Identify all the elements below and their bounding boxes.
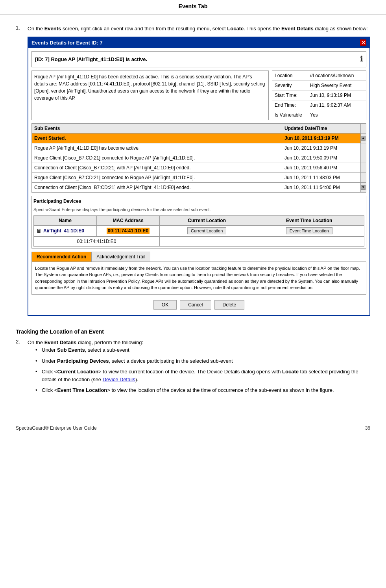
- device-mac2-cell: 00:11:74:41:1D:E0: [34, 236, 160, 246]
- event-time-location-bold: Event Time Location: [57, 387, 107, 393]
- scroll-cell-3: [361, 163, 366, 173]
- subevent-event-cell: Rogue Client [Cisco_B7:CD:21] connected …: [32, 153, 282, 163]
- subevent-datetime-cell: Jun 10, 2011 11:48:03 PM: [282, 173, 361, 183]
- start-time-value: Jun 10, 9:13:19 PM: [310, 92, 364, 99]
- subevent-event-cell: Rogue AP [AirTight_41:1D:E0] has become …: [32, 143, 282, 153]
- subevent-datetime-cell: Jun 10, 2011 9:13:19 PM: [282, 134, 361, 143]
- dialog-title-bar: Events Details for Event ID: 7 ✕: [28, 37, 369, 48]
- event-time-location-cell[interactable]: Event Time Location: [254, 225, 364, 236]
- current-location-bold: Current Location: [57, 369, 98, 375]
- scroll-cell-0: ▲: [361, 134, 366, 143]
- tab-bar: Recommended Action Acknowledgement Trail: [31, 252, 366, 262]
- subevent-row[interactable]: Connection of Client [Cisco_B7:CD:21] wi…: [32, 163, 366, 173]
- current-location-button[interactable]: Current Location: [187, 227, 226, 234]
- col-mac-header: MAC Address: [97, 215, 160, 225]
- step-2: 2. On the Event Details dialog, perform …: [16, 339, 370, 397]
- description-text: Rogue AP [AirTight_41:1D:E0] has been de…: [34, 74, 265, 101]
- footer-left: SpectraGuard® Enterprise User Guide: [16, 425, 97, 431]
- scroll-cell-4: [361, 173, 366, 183]
- subevent-row[interactable]: Rogue Client [Cisco_B7:CD:21] connected …: [32, 153, 366, 163]
- event-title-bar: [ID: 7] Rogue AP [AirTight_41:1D:E0] is …: [31, 51, 366, 67]
- locate-label: Locate: [227, 26, 244, 32]
- subevent-datetime-cell: Jun 10, 2011 9:56:40 PM: [282, 163, 361, 173]
- tracking-section-heading: Tracking the Location of an Event: [16, 328, 370, 335]
- tab-recommended-action[interactable]: Recommended Action: [31, 252, 91, 262]
- participating-desc: SpectraGuard Enterprise displays the par…: [33, 206, 364, 213]
- tab-acknowledgement-trail[interactable]: Acknowledgement Trail: [91, 252, 150, 262]
- step2-number: 2.: [16, 339, 28, 397]
- step2-event-details-label: Event Details: [44, 339, 77, 345]
- ok-button[interactable]: OK: [153, 300, 177, 310]
- meta-end-time: End Time: Jun 11, 9:02:37 AM: [272, 100, 366, 110]
- subevents-table: Sub Events Updated Date/Time Event Start…: [31, 123, 366, 193]
- severity-label: Severity: [275, 82, 310, 89]
- subevent-row[interactable]: Rogue AP [AirTight_41:1D:E0] has become …: [32, 143, 366, 153]
- end-time-label: End Time:: [275, 102, 310, 109]
- step2-text: On the Event Details dialog, perform the…: [28, 339, 370, 397]
- event-description: Rogue AP [AirTight_41:1D:E0] has been de…: [31, 70, 269, 120]
- event-meta: Location //Locations/Unknown Severity Hi…: [272, 70, 366, 120]
- meta-location: Location //Locations/Unknown: [272, 71, 366, 81]
- subevents-section: Sub Events Updated Date/Time Event Start…: [31, 123, 366, 193]
- bullet-4: Click <Event Time Location> to view the …: [35, 386, 370, 394]
- current-location-cell[interactable]: Current Location: [160, 225, 254, 236]
- device-details-link[interactable]: Device Details: [103, 377, 135, 382]
- subevent-event-cell: Connection of Client [Cisco_B7:CD:21] wi…: [32, 183, 282, 193]
- participating-table: Name MAC Address Current Location Event …: [33, 215, 364, 247]
- subevents-col1-header: Sub Events: [32, 124, 282, 134]
- subevent-row[interactable]: Rogue Client [Cisco_B7:CD:21] connected …: [32, 173, 366, 183]
- subevent-row[interactable]: Connection of Client [Cisco_B7:CD:21] wi…: [32, 183, 366, 193]
- meta-vulnerable: Is Vulnerable Yes: [272, 110, 366, 120]
- device-row: 🖥 AirTight_41:1D:E0 00:11:74:41:1D:E0 Cu: [34, 225, 364, 236]
- bullet-1: Under Sub Events, select a sub-event: [35, 346, 370, 354]
- meta-severity: Severity High Severity Event: [272, 81, 366, 91]
- step-number: 1.: [16, 25, 28, 322]
- participating-title: Participating Devices: [33, 198, 364, 205]
- device-mac2: 00:11:74:41:1D:E0: [77, 239, 116, 244]
- event-details-label: Event Details: [281, 26, 314, 32]
- locate-bold: Locate: [282, 369, 299, 375]
- bullet-3: Click <Current Location> to view the cur…: [35, 368, 370, 383]
- event-details-dialog: Events Details for Event ID: 7 ✕ [ID: 7]…: [28, 37, 370, 316]
- vulnerable-value: Yes: [310, 111, 364, 119]
- tab-content: Locate the Rogue AP and remove it immedi…: [31, 262, 366, 295]
- scroll-header: [361, 124, 366, 134]
- subevent-event-cell: Connection of Client [Cisco_B7:CD:21] wi…: [32, 163, 282, 173]
- event-heading: [ID: 7] Rogue AP [AirTight_41:1D:E0] is …: [35, 56, 147, 63]
- end-time-value: Jun 11, 9:02:37 AM: [310, 102, 364, 109]
- empty-cell2: [254, 236, 364, 246]
- info-icon: ℹ: [360, 54, 363, 65]
- dialog-close-button[interactable]: ✕: [360, 39, 366, 46]
- device-name: AirTight_41:1D:E0: [43, 227, 84, 234]
- device-name-cell: 🖥 AirTight_41:1D:E0: [34, 225, 97, 236]
- start-time-label: Start Time:: [275, 92, 310, 99]
- dialog-title: Events Details for Event ID: 7: [31, 39, 103, 47]
- scroll-cell-1: [361, 143, 366, 153]
- location-label: Location: [275, 72, 310, 79]
- page-header: Events Tab: [0, 0, 386, 15]
- bullet-list: Under Sub Events, select a sub-event Und…: [28, 346, 370, 394]
- subevent-datetime-cell: Jun 10, 2011 9:50:09 PM: [282, 153, 361, 163]
- col-current-header: Current Location: [160, 215, 254, 225]
- subevent-datetime-cell: Jun 10, 2011 9:13:19 PM: [282, 143, 361, 153]
- dialog-buttons: OK Cancel Delete: [31, 298, 366, 312]
- device-icon: 🖥: [36, 227, 42, 235]
- subevents-col2-header: Updated Date/Time: [282, 124, 361, 134]
- subevent-datetime-cell: Jun 10, 2011 11:54:00 PM: [282, 183, 361, 193]
- location-value: //Locations/Unknown: [310, 72, 364, 79]
- participating-devices-bold: Participating Devices: [57, 358, 109, 364]
- col-event-time-header: Event Time Location: [254, 215, 364, 225]
- empty-cell1: [160, 236, 254, 246]
- subevent-row[interactable]: Event Started. Jun 10, 2011 9:13:19 PM ▲: [32, 134, 366, 143]
- step-1: 1. On the Events screen, right-click an …: [16, 25, 370, 322]
- event-details-grid: Rogue AP [AirTight_41:1D:E0] has been de…: [31, 70, 366, 120]
- sub-events-bold: Sub Events: [57, 347, 85, 353]
- event-time-location-button[interactable]: Event Time Location: [286, 227, 332, 234]
- device-mac-cell: 00:11:74:41:1D:E0: [97, 225, 160, 236]
- bullet-2: Under Participating Devices, select a de…: [35, 357, 370, 365]
- delete-button[interactable]: Delete: [214, 300, 245, 310]
- scroll-cell-5: ▼: [361, 183, 366, 193]
- header-title: Events Tab: [179, 3, 208, 9]
- step-text: On the Events screen, right-click an eve…: [28, 25, 370, 322]
- cancel-button[interactable]: Cancel: [180, 300, 211, 310]
